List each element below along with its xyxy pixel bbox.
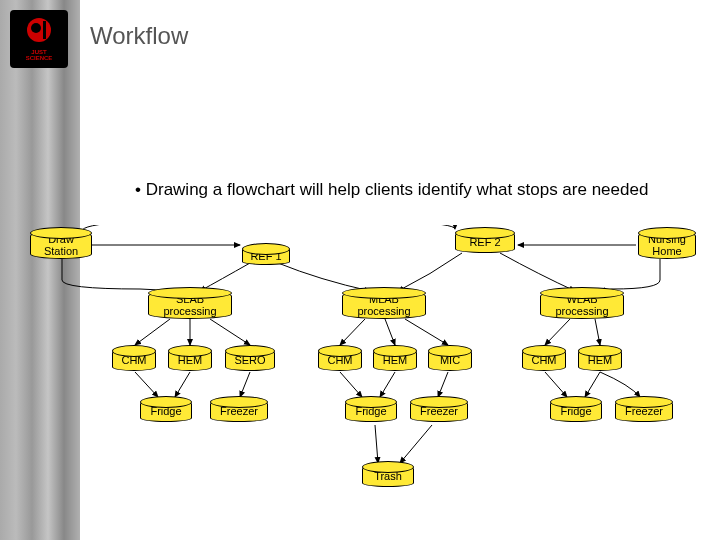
node-slab: SLAB processing: [148, 291, 232, 319]
node-mlab: MLAB processing: [342, 291, 426, 319]
node-s-chm: CHM: [112, 349, 156, 371]
flowchart: Draw Station REF 1 REF 2 Nursing Home SL…: [0, 225, 720, 535]
logo: JUST SCIENCE: [10, 10, 68, 68]
node-w-freezer: Freezer: [615, 400, 673, 422]
node-trash: Trash: [362, 465, 414, 487]
node-w-fridge: Fridge: [550, 400, 602, 422]
bullet-text: Drawing a flowchart will help clients id…: [135, 180, 648, 200]
node-s-fridge: Fridge: [140, 400, 192, 422]
node-wlab: WLAB processing: [540, 291, 624, 319]
node-draw-station: Draw Station: [30, 231, 92, 259]
svg-rect-2: [43, 21, 46, 39]
node-s-hem: HEM: [168, 349, 212, 371]
node-m-mic: MIC: [428, 349, 472, 371]
node-nursing-home: Nursing Home: [638, 231, 696, 259]
svg-point-1: [31, 23, 41, 33]
page-title: Workflow: [90, 22, 188, 50]
node-ref2: REF 2: [455, 231, 515, 253]
node-ref1: REF 1: [242, 247, 290, 265]
node-m-freezer: Freezer: [410, 400, 468, 422]
node-s-freezer: Freezer: [210, 400, 268, 422]
node-s-sero: SERO: [225, 349, 275, 371]
connectors: [0, 225, 720, 535]
node-m-hem: HEM: [373, 349, 417, 371]
logo-text-2: SCIENCE: [26, 55, 53, 61]
node-m-chm: CHM: [318, 349, 362, 371]
node-m-fridge: Fridge: [345, 400, 397, 422]
node-w-chm: CHM: [522, 349, 566, 371]
node-w-hem: HEM: [578, 349, 622, 371]
logo-icon: [21, 17, 57, 47]
